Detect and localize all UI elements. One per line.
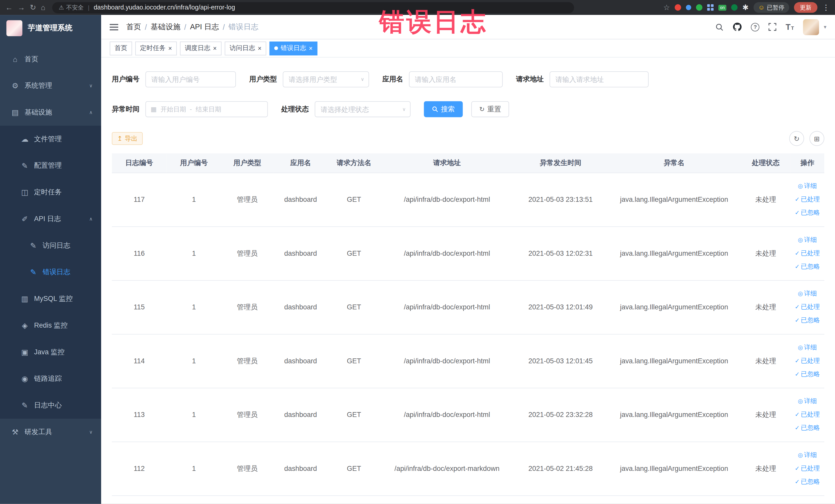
extension-icon-green[interactable] bbox=[696, 4, 702, 11]
cell-status: 未处理 bbox=[741, 173, 790, 226]
search-button-label: 搜索 bbox=[441, 104, 455, 114]
sidebar-item-api-log[interactable]: ✐ API 日志 ∧ bbox=[0, 206, 101, 233]
user-avatar[interactable] bbox=[803, 19, 819, 35]
tab-scheduled-jobs[interactable]: 定时任务 × bbox=[135, 41, 177, 55]
sidebar-item-file-management[interactable]: ☁ 文件管理 bbox=[0, 126, 101, 153]
mark-ignored-link[interactable]: ✓已忽略 bbox=[792, 206, 822, 220]
mark-ignored-link[interactable]: ✓已忽略 bbox=[792, 260, 822, 273]
processed-label: 已处理 bbox=[801, 249, 820, 257]
extension-icon-leaf[interactable] bbox=[731, 4, 737, 11]
table-tool-icons: ↻ ⊞ bbox=[789, 131, 824, 146]
refresh-button[interactable]: ↻ bbox=[789, 131, 804, 146]
sidebar-item-log-center[interactable]: ✎ 日志中心 bbox=[0, 392, 101, 419]
sidebar-item-access-log[interactable]: ✎ 访问日志 bbox=[0, 233, 101, 259]
filter-request-url: 请求地址 bbox=[516, 72, 649, 87]
browser-back-icon[interactable]: ← bbox=[5, 4, 13, 11]
sidebar-item-error-log[interactable]: ✎ 错误日志 bbox=[0, 259, 101, 285]
cell-log-id: 113 bbox=[112, 388, 167, 442]
paused-label: 已暂停 bbox=[767, 3, 784, 11]
breadcrumb-item[interactable]: 基础设施 bbox=[151, 22, 180, 32]
user-id-input[interactable] bbox=[145, 72, 236, 87]
reset-button[interactable]: ↻ 重置 bbox=[471, 101, 509, 117]
cell-exception-time: 2021-05-03 12:01:45 bbox=[514, 334, 607, 388]
app-name-input[interactable] bbox=[409, 72, 503, 87]
extension-grid-icon[interactable] bbox=[707, 4, 714, 11]
sidebar-item-redis-monitor[interactable]: ◈ Redis 监控 bbox=[0, 312, 101, 339]
browser-home-icon[interactable]: ⌂ bbox=[41, 4, 45, 11]
tab-home[interactable]: 首页 bbox=[109, 41, 132, 55]
mark-processed-link[interactable]: ✓已处理 bbox=[792, 462, 822, 475]
search-icon[interactable] bbox=[715, 23, 724, 31]
tab-access-log[interactable]: 访问日志 × bbox=[225, 41, 266, 55]
mark-ignored-link[interactable]: ✓已忽略 bbox=[792, 421, 822, 435]
breadcrumb-item[interactable]: API 日志 bbox=[190, 22, 219, 32]
chevron-up-icon: ∧ bbox=[89, 109, 93, 115]
help-icon[interactable]: ? bbox=[751, 23, 759, 31]
calendar-icon: ▦ bbox=[151, 105, 157, 113]
app-logo[interactable]: 芋道管理系统 bbox=[0, 15, 101, 42]
sidebar-item-config-management[interactable]: ✎ 配置管理 bbox=[0, 152, 101, 179]
column-settings-button[interactable]: ⊞ bbox=[809, 131, 824, 146]
tab-error-log[interactable]: 错误日志 × bbox=[269, 41, 318, 55]
mark-processed-link[interactable]: ✓已处理 bbox=[792, 300, 822, 314]
detail-link[interactable]: ◎详细 bbox=[792, 234, 822, 247]
browser-menu-kebab-icon[interactable]: ⋮ bbox=[822, 4, 830, 11]
sidebar-toggle-icon[interactable] bbox=[109, 24, 118, 30]
extension-icon-red[interactable] bbox=[675, 4, 681, 11]
sidebar-item-infra[interactable]: ▤ 基础设施 ∧ bbox=[0, 99, 101, 126]
mark-ignored-link[interactable]: ✓已忽略 bbox=[792, 367, 822, 381]
profile-paused-pill[interactable]: ☺ 已暂停 bbox=[753, 2, 789, 13]
close-icon[interactable]: × bbox=[213, 45, 217, 52]
bookmark-star-icon[interactable]: ☆ bbox=[663, 4, 670, 11]
table-toolbar: ↥ 导出 ↻ ⊞ bbox=[112, 131, 824, 146]
extension-asterisk-icon[interactable]: ✱ bbox=[742, 4, 749, 11]
detail-link[interactable]: ◎详细 bbox=[792, 395, 822, 408]
user-type-select[interactable] bbox=[283, 72, 369, 87]
mark-processed-link[interactable]: ✓已处理 bbox=[792, 354, 822, 368]
sidebar-item-scheduled-jobs[interactable]: ◫ 定时任务 bbox=[0, 179, 101, 206]
detail-link[interactable]: ◎详细 bbox=[792, 287, 822, 300]
sidebar-item-trace[interactable]: ◉ 链路追踪 bbox=[0, 365, 101, 392]
detail-link[interactable]: ◎详细 bbox=[792, 180, 822, 193]
search-button[interactable]: 搜索 bbox=[424, 101, 463, 117]
close-icon[interactable]: × bbox=[168, 45, 172, 52]
sidebar-item-system[interactable]: ⚙ 系统管理 ∨ bbox=[0, 73, 101, 99]
col-app-name: 应用名 bbox=[273, 153, 328, 173]
breadcrumb-item[interactable]: 首页 bbox=[126, 22, 141, 32]
date-range-picker[interactable]: ▦ 开始日期 - 结束日期 bbox=[145, 101, 268, 117]
process-status-select[interactable] bbox=[315, 101, 410, 117]
detail-link[interactable]: ◎详细 bbox=[792, 341, 822, 354]
close-icon[interactable]: × bbox=[258, 45, 262, 52]
request-url-input[interactable] bbox=[550, 72, 649, 87]
detail-label: 详细 bbox=[804, 344, 817, 351]
browser-reload-icon[interactable]: ↻ bbox=[30, 4, 36, 11]
sidebar-item-mysql-monitor[interactable]: ▥ MySQL 监控 bbox=[0, 285, 101, 312]
avatar-caret-icon[interactable]: ▾ bbox=[824, 24, 826, 30]
tab-schedule-log[interactable]: 调度日志 × bbox=[180, 41, 222, 55]
sidebar-item-dev-tools[interactable]: ⚒ 研发工具 ∨ bbox=[0, 419, 101, 445]
mark-processed-link[interactable]: ✓已处理 bbox=[792, 247, 822, 260]
extension-icon-blue[interactable] bbox=[686, 5, 691, 10]
extension-on-badge[interactable]: on bbox=[718, 5, 727, 11]
sidebar-item-home[interactable]: ⌂ 首页 bbox=[0, 46, 101, 73]
eye-icon: ◎ bbox=[798, 237, 803, 243]
active-tab-dot bbox=[274, 46, 278, 50]
mark-ignored-link[interactable]: ✓已忽略 bbox=[792, 475, 822, 489]
mark-processed-link[interactable]: ✓已处理 bbox=[792, 193, 822, 206]
font-size-icon[interactable]: TT bbox=[786, 23, 794, 31]
export-button[interactable]: ↥ 导出 bbox=[112, 132, 143, 145]
breadcrumb-item-current: 错误日志 bbox=[228, 22, 258, 32]
cell-request-url: /api/infra/db-doc/export-html bbox=[380, 334, 514, 388]
github-icon[interactable] bbox=[733, 22, 742, 31]
security-warning[interactable]: ⚠ 不安全 bbox=[59, 3, 84, 11]
address-bar[interactable]: ⚠ 不安全 | dashboard.yudao.iocoder.cn/infra… bbox=[53, 2, 574, 13]
mark-ignored-link[interactable]: ✓已忽略 bbox=[792, 314, 822, 327]
close-icon[interactable]: × bbox=[309, 45, 313, 52]
sidebar-item-java-monitor[interactable]: ▣ Java 监控 bbox=[0, 339, 101, 365]
browser-forward-icon[interactable]: → bbox=[18, 4, 25, 11]
screenshot-viewport: 错误日志 ← → ↻ ⌂ ⚠ 不安全 | dashboard.yudao.ioc… bbox=[0, 0, 835, 504]
detail-link[interactable]: ◎详细 bbox=[792, 448, 822, 462]
fullscreen-icon[interactable] bbox=[769, 23, 776, 31]
mark-processed-link[interactable]: ✓已处理 bbox=[792, 408, 822, 421]
browser-update-button[interactable]: 更新 bbox=[794, 2, 817, 13]
